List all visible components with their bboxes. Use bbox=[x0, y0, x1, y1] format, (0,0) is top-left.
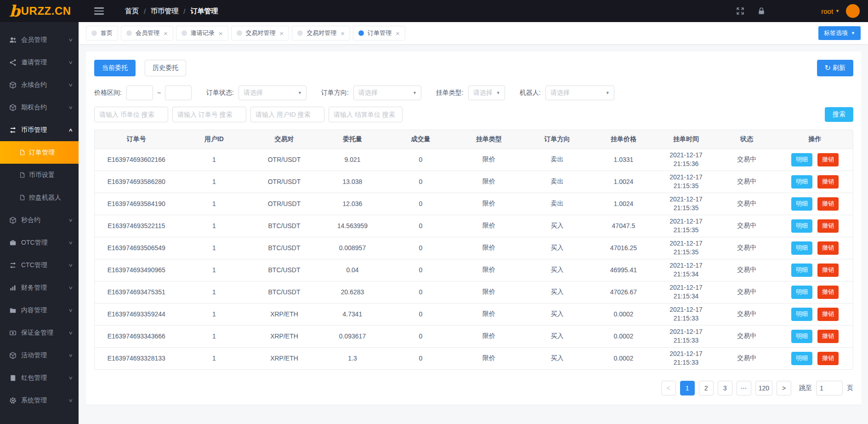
order-no-search-input[interactable] bbox=[172, 107, 246, 122]
close-icon[interactable]: × bbox=[396, 30, 400, 37]
cancel-button[interactable]: 撤销 bbox=[817, 330, 839, 343]
sidebar-item-options[interactable]: 期权合约 ∨ bbox=[0, 96, 79, 119]
sidebar-subitem-market-robot[interactable]: 控盘机器人 bbox=[0, 186, 79, 209]
sidebar-subitem-order-management[interactable]: 订单管理 bbox=[0, 141, 79, 164]
sidebar-item-system[interactable]: 系统管理 ∨ bbox=[0, 389, 79, 412]
robot-select[interactable]: 请选择 ▼ bbox=[545, 86, 614, 100]
next-page-button[interactable]: > bbox=[777, 381, 791, 395]
file-icon bbox=[19, 149, 25, 155]
user-dropdown[interactable]: root ▼ bbox=[821, 7, 840, 15]
sidebar-item-otc[interactable]: OTC管理 ∨ bbox=[0, 231, 79, 254]
price-min-input[interactable] bbox=[126, 86, 153, 100]
menu-toggle-icon[interactable] bbox=[92, 4, 106, 18]
chevron-down-icon: ∨ bbox=[68, 330, 73, 335]
fullscreen-icon[interactable] bbox=[736, 6, 745, 16]
sidebar-item-perpetual[interactable]: 永续合约 ∨ bbox=[0, 74, 79, 96]
cell-filled: 0 bbox=[386, 259, 455, 281]
cancel-button[interactable]: 撤销 bbox=[817, 219, 839, 233]
detail-button[interactable]: 明细 bbox=[791, 241, 812, 255]
chevron-down-icon: ∨ bbox=[68, 263, 73, 268]
sidebar-item-members[interactable]: 会员管理 ∨ bbox=[0, 29, 79, 51]
cell-type: 限价 bbox=[455, 281, 523, 303]
cell-user-id: 1 bbox=[178, 215, 250, 237]
tab-options-button[interactable]: 标签选项 ▼ bbox=[818, 26, 861, 40]
refresh-button[interactable]: ↻ 刷新 bbox=[817, 60, 853, 76]
sidebar-item-redpacket[interactable]: 红包管理 ∨ bbox=[0, 367, 79, 389]
detail-button[interactable]: 明细 bbox=[791, 197, 812, 211]
cell-filled: 0 bbox=[386, 215, 455, 237]
sidebar-item-spot[interactable]: 币币管理 ∧ bbox=[0, 119, 79, 141]
settle-unit-search-input[interactable] bbox=[329, 107, 403, 122]
pending-type-select[interactable]: 请选择 ▼ bbox=[468, 86, 505, 100]
sidebar-item-seconds-contract[interactable]: 秒合约 ∨ bbox=[0, 209, 79, 231]
cell-time: 2021-12-1721:15:34 bbox=[656, 259, 716, 281]
user-id-search-input[interactable] bbox=[250, 107, 324, 122]
col-type: 挂单类型 bbox=[455, 130, 523, 149]
chevron-down-icon: ∨ bbox=[68, 398, 73, 403]
pagination: < 1 2 3 ••• 120 > 跳至 页 bbox=[94, 381, 853, 395]
close-icon[interactable]: × bbox=[340, 30, 345, 37]
page-button-120[interactable]: 120 bbox=[755, 381, 772, 395]
close-icon[interactable]: × bbox=[280, 30, 284, 37]
detail-button[interactable]: 明细 bbox=[791, 219, 812, 233]
detail-button[interactable]: 明细 bbox=[791, 264, 812, 277]
sidebar-subitem-coin-settings[interactable]: 币币设置 bbox=[0, 164, 79, 186]
cell-pair: OTR/USDT bbox=[250, 193, 318, 215]
tab-invite-records[interactable]: 邀请记录 × bbox=[176, 26, 228, 40]
search-button[interactable]: 搜索 bbox=[825, 107, 853, 122]
close-icon[interactable]: × bbox=[164, 30, 168, 37]
cube-icon bbox=[9, 217, 17, 224]
col-time: 挂单时间 bbox=[656, 130, 716, 149]
cancel-button[interactable]: 撤销 bbox=[817, 264, 839, 277]
prev-page-button[interactable]: < bbox=[661, 381, 676, 395]
page-ellipsis[interactable]: ••• bbox=[737, 381, 751, 395]
price-max-input[interactable] bbox=[165, 86, 192, 100]
cell-amount: 12.036 bbox=[318, 193, 387, 215]
page-button-2[interactable]: 2 bbox=[699, 381, 714, 395]
page-button-1[interactable]: 1 bbox=[680, 381, 695, 395]
sidebar-item-content[interactable]: 内容管理 ∨ bbox=[0, 299, 79, 321]
detail-button[interactable]: 明细 bbox=[791, 330, 812, 343]
cancel-button[interactable]: 撤销 bbox=[817, 153, 839, 166]
file-icon bbox=[19, 195, 25, 201]
chevron-down-icon: ∨ bbox=[68, 375, 73, 380]
close-icon[interactable]: × bbox=[219, 30, 223, 37]
order-status-select[interactable]: 请选择 ▼ bbox=[238, 86, 306, 100]
lock-icon[interactable] bbox=[757, 6, 766, 16]
detail-button[interactable]: 明细 bbox=[791, 352, 812, 365]
cancel-button[interactable]: 撤销 bbox=[817, 352, 839, 365]
detail-button[interactable]: 明细 bbox=[791, 308, 812, 321]
current-orders-button[interactable]: 当前委托 bbox=[94, 60, 136, 76]
sidebar-item-ctc[interactable]: CTC管理 ∨ bbox=[0, 254, 79, 276]
cancel-button[interactable]: 撤销 bbox=[817, 286, 839, 299]
page-button-3[interactable]: 3 bbox=[718, 381, 732, 395]
tab-order-management[interactable]: 订单管理 × bbox=[353, 26, 405, 40]
cell-amount: 20.6283 bbox=[318, 281, 387, 303]
detail-button[interactable]: 明细 bbox=[791, 175, 812, 189]
sidebar-item-finance[interactable]: 财务管理 ∨ bbox=[0, 276, 79, 299]
breadcrumb-home[interactable]: 首页 bbox=[125, 7, 139, 16]
avatar[interactable] bbox=[846, 4, 860, 18]
tab-home[interactable]: 首页 bbox=[86, 26, 118, 40]
history-orders-button[interactable]: 历史委托 bbox=[145, 60, 186, 76]
sidebar-item-invites[interactable]: 邀请管理 ∨ bbox=[0, 51, 79, 74]
cell-actions: 明细 撤销 bbox=[777, 303, 853, 325]
tab-trading-pairs-2[interactable]: 交易对管理 × bbox=[292, 26, 350, 40]
cancel-button[interactable]: 撤销 bbox=[817, 175, 839, 189]
coin-unit-search-input[interactable] bbox=[94, 107, 168, 122]
cancel-button[interactable]: 撤销 bbox=[817, 241, 839, 255]
jump-page-input[interactable] bbox=[816, 381, 843, 395]
table-header-row: 订单号 用户ID 交易对 委托量 成交量 挂单类型 订单方向 挂单价格 挂单时间 bbox=[95, 130, 853, 149]
sidebar-item-margin[interactable]: 保证金管理 ∨ bbox=[0, 321, 79, 344]
tab-members[interactable]: 会员管理 × bbox=[121, 26, 173, 40]
detail-button[interactable]: 明细 bbox=[791, 286, 812, 299]
cancel-button[interactable]: 撤销 bbox=[817, 308, 839, 321]
cancel-button[interactable]: 撤销 bbox=[817, 197, 839, 211]
order-side-select[interactable]: 请选择 ▼ bbox=[353, 86, 421, 100]
breadcrumb-coin-management[interactable]: 币币管理 bbox=[151, 7, 178, 16]
file-icon bbox=[19, 172, 25, 178]
sidebar-item-activity[interactable]: 活动管理 ∨ bbox=[0, 344, 79, 367]
top-header: b URZZ.CN 首页 / 币币管理 / 订单管理 root ▼ bbox=[0, 0, 868, 22]
detail-button[interactable]: 明细 bbox=[791, 153, 812, 166]
tab-trading-pairs-1[interactable]: 交易对管理 × bbox=[231, 26, 289, 40]
